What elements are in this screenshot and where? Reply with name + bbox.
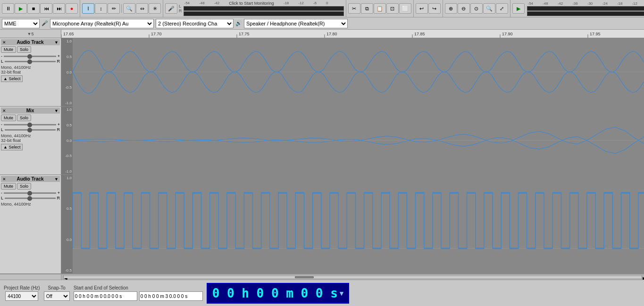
hscroll-right-arrow[interactable]: ► (642, 275, 642, 279)
zoom-out-view[interactable]: ⊖ (458, 3, 470, 14)
track-close-2[interactable]: ✕ (2, 108, 6, 113)
gain-max-2: + (58, 122, 60, 127)
fit-button[interactable]: ⇔ (136, 3, 148, 14)
zoom-in-button[interactable]: 🔍 (123, 3, 135, 14)
stop-button[interactable]: ■ (27, 3, 40, 14)
input-vu-bar-R (184, 11, 344, 16)
skip-back-button[interactable]: ⏮ (40, 3, 52, 14)
hscroll-container: ◄ ► (0, 274, 644, 280)
track-controls-1: Mute Solo (1, 46, 60, 53)
snap-to-select[interactable]: Off (44, 291, 70, 301)
solo-btn-1[interactable]: Solo (17, 46, 31, 53)
hscroll-track[interactable]: ◄ ► (61, 274, 644, 280)
input-vu-bars: -54-48-42 Click to Start Monitoring -18-… (184, 1, 344, 16)
pan-slider-2[interactable] (5, 129, 55, 131)
gain-row-1: - + (1, 54, 60, 58)
zoom-reset[interactable]: ⤢ (496, 3, 508, 14)
gain-slider-2[interactable] (4, 124, 56, 125)
selection-end-input[interactable] (139, 291, 203, 301)
envelope-tool-button[interactable]: ↕ (95, 3, 107, 14)
click-to-monitor[interactable]: Click to Start Monitoring (229, 1, 274, 6)
track-close-3[interactable]: ✕ (2, 177, 6, 182)
select-btn-1[interactable]: ▲ Select (1, 75, 23, 82)
mute-btn-1[interactable]: Mute (1, 46, 16, 53)
undo-section: ↩ ↪ (414, 0, 443, 17)
track-canvas-3[interactable]: 1.0 0.5 0.0 -0.5 (61, 175, 644, 273)
hscroll-thumb[interactable] (295, 276, 314, 278)
pause-button[interactable]: ⏸ (2, 3, 14, 14)
gain-thumb-2[interactable] (27, 123, 32, 127)
silence-button[interactable]: ⬜ (399, 3, 411, 14)
solo-btn-3[interactable]: Solo (17, 183, 31, 190)
selection-start-input[interactable] (74, 291, 137, 301)
select-tool-button[interactable]: I (82, 3, 94, 14)
zoom-in-view[interactable]: ⊕ (445, 3, 457, 14)
track-controls-3: Mute Solo (1, 183, 60, 190)
pan-thumb-2[interactable] (27, 128, 32, 132)
input-vu-label: LR (179, 4, 182, 13)
ruler-position: 5 (31, 32, 33, 36)
output-vu-bar-R (527, 11, 644, 16)
track-name-3: Audio Track (17, 176, 43, 182)
redo-button[interactable]: ↪ (428, 3, 441, 14)
select-btn-2[interactable]: ▲ Select (1, 144, 23, 150)
track-info-2: Mono, 44100Hz 32-bit float (1, 133, 60, 143)
play-indicator[interactable]: ▶ (512, 3, 525, 14)
mute-btn-3[interactable]: Mute (1, 183, 16, 190)
track-menu-3[interactable]: ▼ (54, 177, 59, 182)
track-title-bar-2: ✕ Mix ▼ (1, 108, 60, 114)
mic-device-select[interactable]: Microphone Array (Realtek(R) Au (50, 19, 154, 28)
record-button[interactable]: ● (66, 3, 78, 14)
track-canvas-2[interactable]: 1.0 0.5 0.0 -0.5 -1.0 (61, 107, 644, 174)
pan-thumb-1[interactable] (27, 59, 32, 64)
gain-thumb-1[interactable] (27, 54, 32, 59)
speaker-device-icon: 🔊 (235, 20, 242, 26)
y-axis-1: 1.0 0.5 0.0 -0.5 -1.0 (61, 38, 73, 106)
gain-min-1: - (1, 54, 2, 58)
svg-text:17.75: 17.75 (239, 32, 250, 36)
play-button[interactable]: ▶ (15, 3, 27, 14)
track-close-1[interactable]: ✕ (2, 40, 6, 45)
ruler-unit: ▼ (27, 32, 32, 36)
gain-thumb-3[interactable] (27, 191, 32, 196)
zoom-fit[interactable]: ⊙ (470, 3, 483, 14)
recording-channel-select[interactable]: 2 (Stereo) Recording Cha (156, 19, 234, 28)
track-row-3: ✕ Audio Track ▼ Mute Solo - + L (0, 175, 644, 274)
paste-button[interactable]: 📋 (374, 3, 386, 14)
y-axis-3: 1.0 0.5 0.0 -0.5 (61, 175, 73, 273)
transport-section: ⏸ ▶ ■ ⏮ ⏭ ● (0, 0, 80, 17)
track-menu-1[interactable]: ▼ (54, 40, 59, 45)
host-select[interactable]: MME (2, 19, 40, 28)
timer-dropdown[interactable]: ▼ (340, 289, 343, 297)
gain-row-3: - + (1, 190, 60, 195)
cut-button[interactable]: ✂ (348, 3, 360, 14)
gain-slider-1[interactable] (4, 56, 56, 57)
mic-device-icon: 🎤 (42, 20, 48, 26)
zoom-sel[interactable]: 🔍 (483, 3, 495, 14)
gain-slider-3[interactable] (4, 192, 56, 194)
mute-btn-2[interactable]: Mute (1, 115, 16, 121)
skip-forward-button[interactable]: ⏭ (53, 3, 65, 14)
snap-button[interactable]: ✳ (149, 3, 161, 14)
track-controls-2: Mute Solo (1, 115, 60, 121)
project-rate-select[interactable]: 44100 (5, 291, 38, 301)
pan-slider-3[interactable] (5, 198, 55, 199)
gain-max-1: + (58, 54, 60, 58)
project-rate-label: Project Rate (Hz) (4, 285, 40, 290)
copy-button[interactable]: ⧉ (361, 3, 373, 14)
track-canvas-1[interactable]: 1.0 0.5 0.0 -0.5 -1.0 (61, 38, 644, 106)
gain-max-3: + (58, 190, 60, 195)
playback-section: ▶ -54-48-42-36-30-24-18-12-60 🔊 (510, 0, 644, 17)
track-menu-2[interactable]: ▼ (54, 108, 59, 113)
hscroll-bar[interactable] (64, 276, 642, 278)
pan-thumb-3[interactable] (27, 196, 32, 201)
pan-slider-1[interactable] (5, 61, 55, 62)
trim-button[interactable]: ⊡ (386, 3, 399, 14)
speaker-device-select[interactable]: Speaker / Headphone (Realtek(R) (244, 19, 348, 28)
solo-btn-2[interactable]: Solo (17, 115, 31, 121)
y-axis-2: 1.0 0.5 0.0 -0.5 -1.0 (61, 107, 73, 174)
undo-button[interactable]: ↩ (416, 3, 428, 14)
track-name-2: Mix (26, 108, 34, 113)
draw-tool-button[interactable]: ✏ (108, 3, 120, 14)
mic-icon[interactable]: 🎤 (165, 3, 177, 14)
